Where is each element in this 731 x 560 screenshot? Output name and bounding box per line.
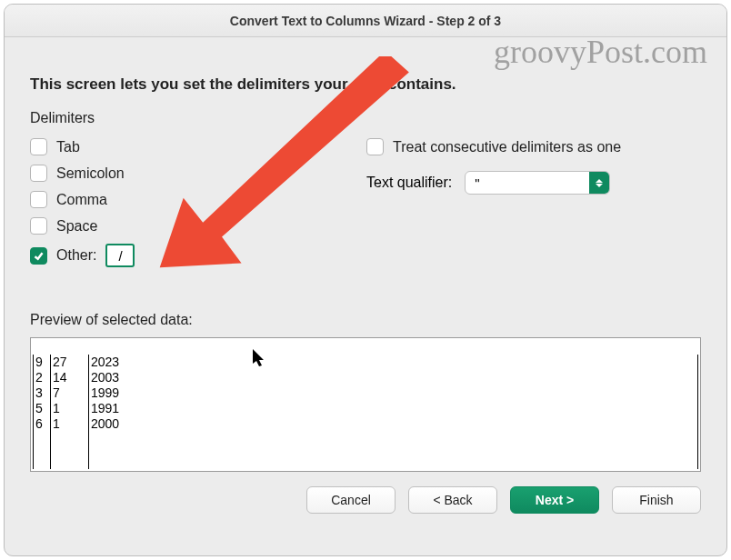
other-checkbox-row[interactable]: Other: [30,239,330,272]
preview-cell: 1991 [89,401,697,416]
cancel-button[interactable]: Cancel [306,486,396,514]
semicolon-checkbox[interactable] [30,165,47,182]
other-checkbox[interactable] [30,247,47,265]
semicolon-checkbox-row[interactable]: Semicolon [30,160,330,186]
preview-cell: 14 [51,370,88,385]
preview-panel: 92356 2714711 20232003199919912000 [30,337,701,472]
treat-consecutive-checkbox[interactable] [366,138,384,155]
preview-cell: 2003 [89,370,697,385]
preview-cell: 3 [34,385,50,401]
other-delimiter-input[interactable] [105,244,135,267]
preview-heading: Preview of selected data: [30,312,701,328]
text-qualifier-select[interactable]: " [465,171,610,195]
space-label: Space [56,218,97,235]
preview-cell: 1 [51,416,88,432]
preview-cell: 2023 [89,355,697,370]
preview-cell: 6 [34,416,50,432]
tab-checkbox-row[interactable]: Tab [30,134,330,160]
back-button[interactable]: < Back [408,486,497,514]
wizard-dialog: Convert Text to Columns Wizard - Step 2 … [4,4,727,556]
preview-cell: 7 [51,385,88,401]
other-label: Other: [56,247,96,264]
treat-consecutive-row[interactable]: Treat consecutive delimiters as one [366,134,701,160]
preview-cell: 9 [34,355,50,370]
tab-label: Tab [56,139,80,155]
preview-cell: 27 [51,355,88,370]
comma-label: Comma [56,192,107,208]
treat-consecutive-label: Treat consecutive delimiters as one [393,139,621,155]
stepper-arrows-icon [589,172,609,194]
next-button[interactable]: Next > [510,486,599,514]
space-checkbox[interactable] [30,217,47,235]
preview-column: 2714711 [51,355,89,469]
space-checkbox-row[interactable]: Space [30,213,330,239]
qualifier-label: Text qualifier: [366,175,452,191]
comma-checkbox[interactable] [30,191,47,208]
dialog-title: Convert Text to Columns Wizard - Step 2 … [5,5,726,37]
preview-cell: 2 [34,370,50,385]
instruction-text: This screen lets you set the delimiters … [30,75,701,94]
qualifier-value: " [466,175,589,191]
preview-cell: 1999 [89,385,697,401]
preview-cell: 1 [51,401,88,416]
preview-column: 92356 [33,355,51,469]
delimiters-heading: Delimiters [30,110,330,126]
tab-checkbox[interactable] [30,138,47,155]
preview-cell: 5 [34,401,50,416]
preview-column: 20232003199919912000 [89,355,698,469]
comma-checkbox-row[interactable]: Comma [30,186,330,213]
preview-cell: 2000 [89,416,697,432]
semicolon-label: Semicolon [56,165,125,182]
finish-button[interactable]: Finish [612,486,701,514]
preview-grid: 92356 2714711 20232003199919912000 [33,355,698,469]
